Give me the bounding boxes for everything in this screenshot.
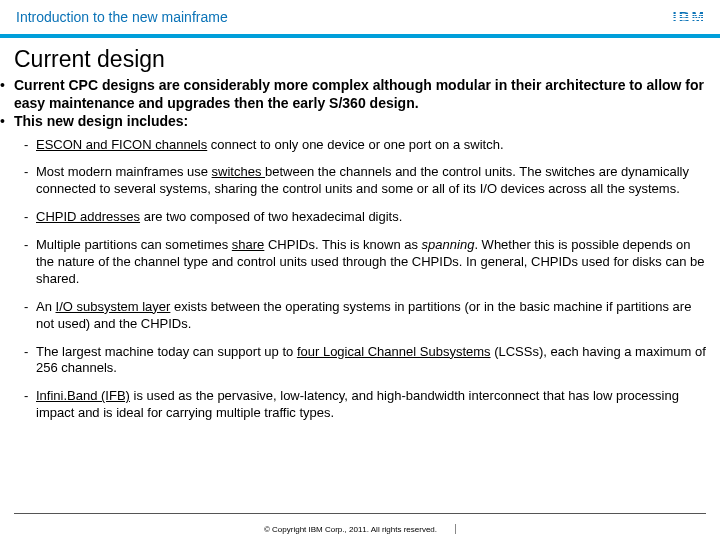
top-bullet: • Current CPC designs are considerably m…	[14, 77, 706, 112]
dash-icon: -	[24, 137, 36, 154]
top-bullet-text: This new design includes:	[14, 113, 706, 131]
footer-separator-icon	[455, 524, 456, 534]
sub-bullet: -Multiple partitions can sometimes share…	[24, 237, 706, 288]
top-bullets: • Current CPC designs are considerably m…	[14, 77, 706, 131]
sub-bullet-text: CHPID addresses are two composed of two …	[36, 209, 706, 226]
slide-footer: © Copyright IBM Corp., 2011. All rights …	[0, 524, 720, 534]
top-bullet: • This new design includes:	[14, 113, 706, 131]
slide: Introduction to the new mainframe IBM Cu…	[0, 0, 720, 540]
dash-icon: -	[24, 209, 36, 226]
footer-copyright: © Copyright IBM Corp., 2011. All rights …	[264, 525, 437, 534]
sub-bullet-text: The largest machine today can support up…	[36, 344, 706, 378]
sub-bullets: -ESCON and FICON channels connect to onl…	[24, 137, 706, 423]
bullet-dot-icon: •	[0, 113, 14, 131]
sub-bullet-text: ESCON and FICON channels connect to only…	[36, 137, 706, 154]
top-bullet-text: Current CPC designs are considerably mor…	[14, 77, 706, 112]
dash-icon: -	[24, 299, 36, 333]
slide-title: Current design	[14, 46, 706, 73]
sub-bullet-text: Infini.Band (IFB) is used as the pervasi…	[36, 388, 706, 422]
dash-icon: -	[24, 164, 36, 198]
bullet-dot-icon: •	[0, 77, 14, 112]
sub-bullet: -Most modern mainframes use switches bet…	[24, 164, 706, 198]
ibm-logo-icon: IBM	[673, 10, 707, 24]
sub-bullet: -The largest machine today can support u…	[24, 344, 706, 378]
dash-icon: -	[24, 237, 36, 288]
dash-icon: -	[24, 344, 36, 378]
sub-bullet: -An I/O subsystem layer exists between t…	[24, 299, 706, 333]
sub-bullet: -Infini.Band (IFB) is used as the pervas…	[24, 388, 706, 422]
header-title: Introduction to the new mainframe	[16, 9, 673, 25]
sub-bullet: -CHPID addresses are two composed of two…	[24, 209, 706, 226]
sub-bullet: -ESCON and FICON channels connect to onl…	[24, 137, 706, 154]
slide-body: Current design • Current CPC designs are…	[0, 38, 720, 422]
footer-divider	[14, 513, 706, 514]
slide-header: Introduction to the new mainframe IBM	[0, 0, 720, 34]
sub-bullet-text: Most modern mainframes use switches betw…	[36, 164, 706, 198]
sub-bullet-text: An I/O subsystem layer exists between th…	[36, 299, 706, 333]
sub-bullet-text: Multiple partitions can sometimes share …	[36, 237, 706, 288]
dash-icon: -	[24, 388, 36, 422]
